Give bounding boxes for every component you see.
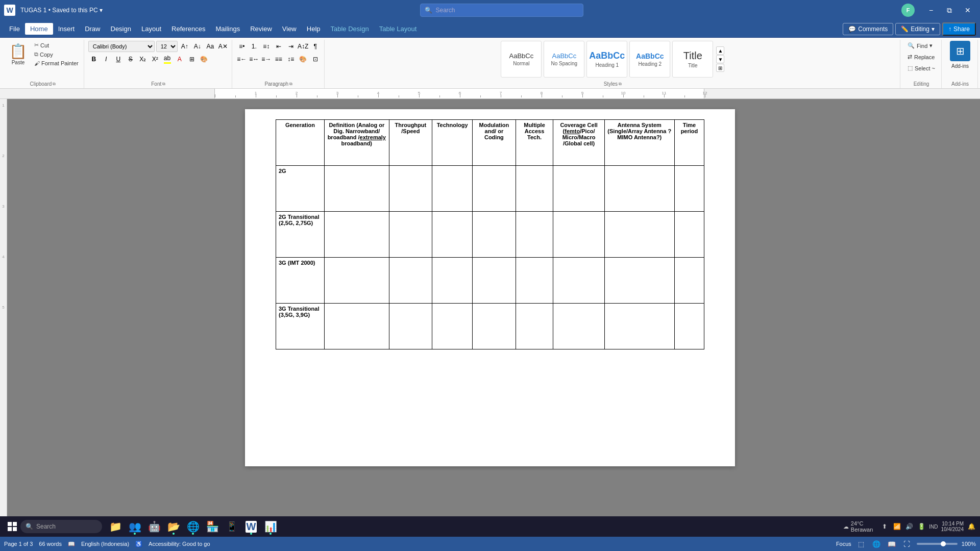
cell-ant-2g[interactable] xyxy=(604,166,674,212)
taskbar-phone[interactable]: 📱 xyxy=(223,517,241,536)
cell-tech-2g[interactable] xyxy=(432,166,473,212)
search-input[interactable] xyxy=(435,7,579,14)
change-case-button[interactable]: Aa xyxy=(205,41,216,52)
sort-button[interactable]: A↕Z xyxy=(298,41,309,52)
start-button[interactable] xyxy=(4,518,20,535)
numbering-button[interactable]: 1. xyxy=(249,41,260,52)
borders-button[interactable]: ⊡ xyxy=(310,54,321,65)
cell-tech-3g-trans[interactable] xyxy=(432,304,473,349)
taskbar-explorer[interactable]: 📁 xyxy=(106,517,125,536)
taskbar-edge[interactable]: 🌐 xyxy=(184,517,202,536)
volume-icon[interactable]: 🔊 xyxy=(904,522,914,531)
cell-thru-2g-trans[interactable] xyxy=(389,212,432,258)
cell-mod-3g[interactable] xyxy=(473,258,516,304)
cell-tech-3g[interactable] xyxy=(432,258,473,304)
decrease-font-button[interactable]: A↓ xyxy=(192,41,203,52)
menu-table-layout[interactable]: Table Layout xyxy=(374,23,422,35)
cell-mod-3g-trans[interactable] xyxy=(473,304,516,349)
cell-mult-2g-trans[interactable] xyxy=(516,212,553,258)
cell-time-3g-trans[interactable] xyxy=(674,304,704,349)
multilevel-button[interactable]: ≡↕ xyxy=(261,41,272,52)
cell-ant-2g-trans[interactable] xyxy=(604,212,674,258)
taskbar-search[interactable]: 🔍 Search xyxy=(20,520,102,533)
taskbar-store[interactable]: 🏪 xyxy=(203,517,222,536)
format-painter-button[interactable]: 🖌 Format Painter xyxy=(32,59,81,67)
menu-references[interactable]: References xyxy=(166,23,210,35)
menu-help[interactable]: Help xyxy=(302,23,326,35)
find-button[interactable]: 🔍 Find ▾ xyxy=(904,41,938,51)
shading-button[interactable]: 🎨 xyxy=(199,54,210,65)
superscript-button[interactable]: X² xyxy=(150,54,161,65)
comments-button[interactable]: 💬 Comments xyxy=(843,23,893,35)
styles-up-arrow[interactable]: ▲ xyxy=(716,46,724,55)
increase-indent-button[interactable]: ⇥ xyxy=(285,41,297,52)
font-expand-icon[interactable]: ⧉ xyxy=(162,82,165,87)
network-icon[interactable]: 📶 xyxy=(892,522,901,531)
menu-file[interactable]: File xyxy=(4,23,25,35)
taskbar-word[interactable]: W xyxy=(242,517,260,536)
menu-layout[interactable]: Layout xyxy=(136,23,166,35)
cell-cov-2g-trans[interactable] xyxy=(553,212,604,258)
clear-formatting-button[interactable]: A✕ xyxy=(217,41,229,52)
show-desktop-icon[interactable]: ⬆ xyxy=(880,522,889,531)
font-size-select[interactable]: 12 xyxy=(156,41,178,52)
menu-review[interactable]: Review xyxy=(245,23,277,35)
align-right-button[interactable]: ≡→ xyxy=(261,54,272,65)
cell-time-2g[interactable] xyxy=(674,166,704,212)
cell-mult-2g[interactable] xyxy=(516,166,553,212)
weather-widget[interactable]: ☁ 24°C Berawan xyxy=(840,519,876,534)
cell-mult-3g[interactable] xyxy=(516,258,553,304)
user-avatar[interactable]: F xyxy=(901,4,915,17)
menu-mailings[interactable]: Mailings xyxy=(211,23,246,35)
cell-cov-3g[interactable] xyxy=(553,258,604,304)
show-marks-button[interactable]: ¶ xyxy=(310,41,321,52)
cell-thru-2g[interactable] xyxy=(389,166,432,212)
cell-mult-3g-trans[interactable] xyxy=(516,304,553,349)
underline-button[interactable]: U xyxy=(113,54,124,65)
cell-mod-2g[interactable] xyxy=(473,166,516,212)
minimize-button[interactable]: − xyxy=(923,4,939,17)
menu-view[interactable]: View xyxy=(277,23,302,35)
cell-def-3g-trans[interactable] xyxy=(324,304,389,349)
replace-button[interactable]: ⇄ Replace xyxy=(904,52,938,62)
increase-font-button[interactable]: A↑ xyxy=(179,41,190,52)
clipboard-expand-icon[interactable]: ⧉ xyxy=(53,82,56,87)
bullets-button[interactable]: ≡• xyxy=(236,41,248,52)
font-name-select[interactable]: Calibri (Body) xyxy=(88,41,155,52)
cell-cov-3g-trans[interactable] xyxy=(553,304,604,349)
cell-time-3g[interactable] xyxy=(674,258,704,304)
cell-ant-3g-trans[interactable] xyxy=(604,304,674,349)
taskbar-files[interactable]: 📂 xyxy=(164,517,183,536)
strikethrough-button[interactable]: S xyxy=(125,54,136,65)
cell-ant-3g[interactable] xyxy=(604,258,674,304)
close-button[interactable]: ✕ xyxy=(960,4,976,17)
justify-button[interactable]: ≡≡ xyxy=(273,54,284,65)
search-bar[interactable]: 🔍 xyxy=(420,4,583,17)
style-title-button[interactable]: Title Title xyxy=(672,41,713,78)
subscript-button[interactable]: X₂ xyxy=(137,54,149,65)
cell-thru-3g-trans[interactable] xyxy=(389,304,432,349)
cell-gen-3g[interactable]: 3G (IMT 2000) xyxy=(276,258,325,304)
cell-gen-2g-trans[interactable]: 2G Transitional (2,5G, 2,75G) xyxy=(276,212,325,258)
italic-button[interactable]: I xyxy=(101,54,112,65)
highlight-button[interactable]: ab xyxy=(162,54,173,65)
menu-insert[interactable]: Insert xyxy=(53,23,80,35)
align-center-button[interactable]: ≡↔ xyxy=(249,54,260,65)
taskbar-powerpoint[interactable]: 📊 xyxy=(261,517,280,536)
line-spacing-button[interactable]: ↕≡ xyxy=(285,54,297,65)
bold-button[interactable]: B xyxy=(88,54,100,65)
paragraph-expand-icon[interactable]: ⧉ xyxy=(289,82,292,87)
cell-mod-2g-trans[interactable] xyxy=(473,212,516,258)
menu-design[interactable]: Design xyxy=(106,23,136,35)
border-button[interactable]: ⊞ xyxy=(186,54,198,65)
decrease-indent-button[interactable]: ⇤ xyxy=(273,41,284,52)
cell-def-2g[interactable] xyxy=(324,166,389,212)
taskbar-teams[interactable]: 👥 xyxy=(126,517,144,536)
styles-more-arrow[interactable]: ⊞ xyxy=(716,64,724,72)
styles-down-arrow[interactable]: ▼ xyxy=(716,55,724,63)
cell-cov-2g[interactable] xyxy=(553,166,604,212)
battery-icon[interactable]: 🔋 xyxy=(917,522,926,531)
cut-button[interactable]: ✂ Cut xyxy=(32,41,81,49)
restore-button[interactable]: ⧉ xyxy=(941,4,958,17)
style-heading1-button[interactable]: AaBbCc Heading 1 xyxy=(586,41,627,78)
